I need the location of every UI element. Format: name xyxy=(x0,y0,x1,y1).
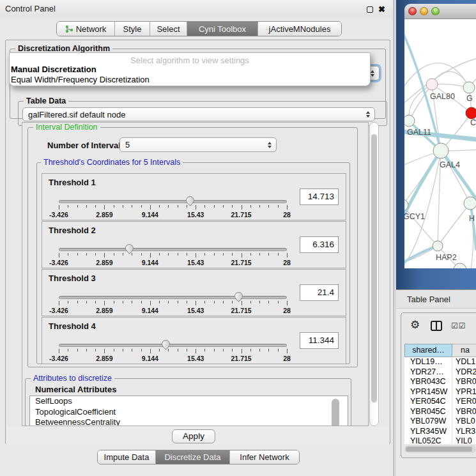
table-cell: YLR345W xyxy=(404,427,452,437)
horizontal-scrollbar-thumb[interactable] xyxy=(406,447,472,452)
network-node[interactable] xyxy=(463,82,475,93)
network-node[interactable] xyxy=(426,79,438,90)
number-of-intervals-combobox[interactable]: 5 xyxy=(119,137,277,152)
network-node[interactable] xyxy=(433,241,443,251)
tab-label: Impute Data xyxy=(104,452,150,462)
network-node-label: G xyxy=(466,94,473,103)
dropdown-item-manual-discretization[interactable]: Manual Discretization xyxy=(11,65,96,74)
attributes-to-discretize-group: Attributes to discretize Numerical Attri… xyxy=(25,378,351,426)
network-node[interactable] xyxy=(404,115,415,127)
close-traffic-light-icon[interactable] xyxy=(408,7,417,15)
vertical-scrollbar-thumb[interactable] xyxy=(371,134,377,403)
table-row[interactable]: YBR045CYBR0 xyxy=(404,407,476,417)
slider-ticks xyxy=(59,205,287,210)
table-cell: YDR2 xyxy=(452,367,476,378)
numerical-attributes-list[interactable]: SelfLoopsTopologicalCoefficientBetweenne… xyxy=(29,395,348,426)
combo-arrows-icon xyxy=(366,111,370,118)
network-node[interactable] xyxy=(466,107,476,119)
table-panel-title: Table Panel xyxy=(407,290,450,309)
network-node[interactable] xyxy=(464,197,476,210)
slider-track[interactable] xyxy=(59,200,287,203)
threshold-label: Threshold 2 xyxy=(49,226,96,235)
apply-row: Apply xyxy=(6,426,389,444)
threshold-label: Threshold 3 xyxy=(49,273,96,283)
table-row[interactable]: YBL079WYBL0 xyxy=(404,417,476,427)
combobox-value: 5 xyxy=(125,138,130,151)
slider-track[interactable] xyxy=(59,344,287,347)
apply-button[interactable]: Apply xyxy=(172,429,215,443)
threshold-slider: -3.4262.8599.14415.4321.71528 xyxy=(59,196,287,220)
table-panel: Table Panel ⚙ ☑☑ shared… na YDL19…YDL1YD… xyxy=(396,289,476,476)
numerical-attributes-label: Numerical Attributes xyxy=(35,385,116,394)
threshold-value-field[interactable]: 21.4 xyxy=(300,284,339,301)
combo-arrows-icon xyxy=(371,70,374,77)
table-cell: YER0 xyxy=(452,397,476,407)
cyni-bottom-tabs: Impute Data Discretize Data Infer Networ… xyxy=(97,450,300,464)
column-header-shared-name[interactable]: shared… xyxy=(404,344,452,357)
slider-thumb[interactable] xyxy=(160,338,171,349)
dropdown-item-equal-width-frequency[interactable]: Equal Width/Frequency Discretization xyxy=(11,75,150,84)
control-panel-titlebar: Control Panel ✖ xyxy=(0,0,393,18)
tab-style[interactable]: Style xyxy=(114,22,150,36)
threshold-value-field[interactable]: 14.713 xyxy=(300,188,339,205)
network-canvas[interactable]: GAL80GCGAL11GAL4GCY1HHAP2 xyxy=(404,19,476,268)
checkbox-icons[interactable]: ☑☑ xyxy=(451,321,466,330)
tab-network[interactable]: Network xyxy=(57,22,114,36)
table-cell: YER054C xyxy=(404,397,452,407)
minimize-traffic-light-icon[interactable] xyxy=(420,7,428,15)
table-cell: YBL0 xyxy=(452,417,476,427)
horizontal-scrollbar[interactable] xyxy=(404,445,476,453)
tab-discretize-data[interactable]: Discretize Data xyxy=(155,450,229,464)
settings-viewport: Interval Definition Number of Intervals … xyxy=(22,122,369,426)
columns-icon[interactable] xyxy=(431,321,442,331)
threshold-slider: -3.4262.8599.14415.4321.71528 xyxy=(59,243,287,268)
table-row[interactable]: YDR27…YDR2 xyxy=(404,367,476,378)
threshold-value-field[interactable]: 11.344 xyxy=(300,332,339,349)
network-node[interactable] xyxy=(433,143,449,158)
slider-thumb[interactable] xyxy=(184,194,196,206)
slider-track[interactable] xyxy=(59,248,287,251)
slider-tick-labels: -3.4262.8599.14415.4321.71528 xyxy=(59,211,287,219)
table-row[interactable]: YIL052CYIL0 xyxy=(404,436,476,444)
slider-thumb[interactable] xyxy=(233,290,244,302)
zoom-traffic-light-icon[interactable] xyxy=(431,7,440,15)
group-title: Threshold's Coordinates for 5 Intervals xyxy=(41,158,183,167)
list-item[interactable]: BetweennessCentrality xyxy=(30,417,348,426)
tab-label: jActiveMNodules xyxy=(269,24,331,34)
table-cell: YDL19… xyxy=(404,357,452,367)
slider-thumb[interactable] xyxy=(123,242,135,254)
list-item[interactable]: TopologicalCoefficient xyxy=(30,407,348,418)
cyni-toolbox-panel: Discretization Algorithm Table Data galF… xyxy=(5,40,390,444)
slider-tick-labels: -3.4262.8599.14415.4321.71528 xyxy=(59,259,287,266)
group-title: Interval Definition xyxy=(33,123,100,132)
network-node[interactable] xyxy=(454,263,466,268)
table-cell: YDL1 xyxy=(452,357,476,367)
table-row[interactable]: YPR145WYPR1 xyxy=(404,387,476,397)
slider-ticks xyxy=(59,301,287,306)
network-node-label: GCY1 xyxy=(404,212,425,221)
list-scrollbar-thumb[interactable] xyxy=(332,399,339,426)
table-row[interactable]: YBR043CYBR0 xyxy=(404,377,476,387)
threshold-4-box: Threshold 4 -3.4262.8599.14415.4321.7152… xyxy=(42,317,346,364)
table-row[interactable]: YER054CYER0 xyxy=(404,397,476,407)
dropdown-hint-text: Select algorithm to view settings xyxy=(10,56,370,65)
tab-cyni-toolbox[interactable]: Cyni Toolbox xyxy=(187,22,257,36)
close-icon[interactable]: ✖ xyxy=(378,4,385,14)
tab-infer-network[interactable]: Infer Network xyxy=(229,450,299,464)
table-cell: YBR043C xyxy=(404,377,452,387)
slider-track[interactable] xyxy=(59,296,287,299)
table-row[interactable]: YDL19…YDL1 xyxy=(404,357,476,367)
vertical-scrollbar[interactable] xyxy=(369,122,379,426)
column-header-name[interactable]: na xyxy=(452,344,476,357)
table-cell: YPR145W xyxy=(404,387,452,397)
tab-impute-data[interactable]: Impute Data xyxy=(98,450,155,464)
tab-select[interactable]: Select xyxy=(150,22,187,36)
gear-icon[interactable]: ⚙ xyxy=(410,318,420,332)
table-data-combobox[interactable]: galFiltered.sif default node xyxy=(22,107,375,121)
list-item[interactable]: SelfLoops xyxy=(30,396,348,407)
threshold-value-field[interactable]: 6.316 xyxy=(300,236,339,253)
control-panel-tabs: Network Style Select Cyni Toolbox jActiv… xyxy=(56,21,342,36)
table-row[interactable]: YLR345WYLR3 xyxy=(404,427,476,437)
tab-jactivemnodules[interactable]: jActiveMNodules xyxy=(257,22,341,36)
float-window-icon[interactable] xyxy=(367,6,373,13)
